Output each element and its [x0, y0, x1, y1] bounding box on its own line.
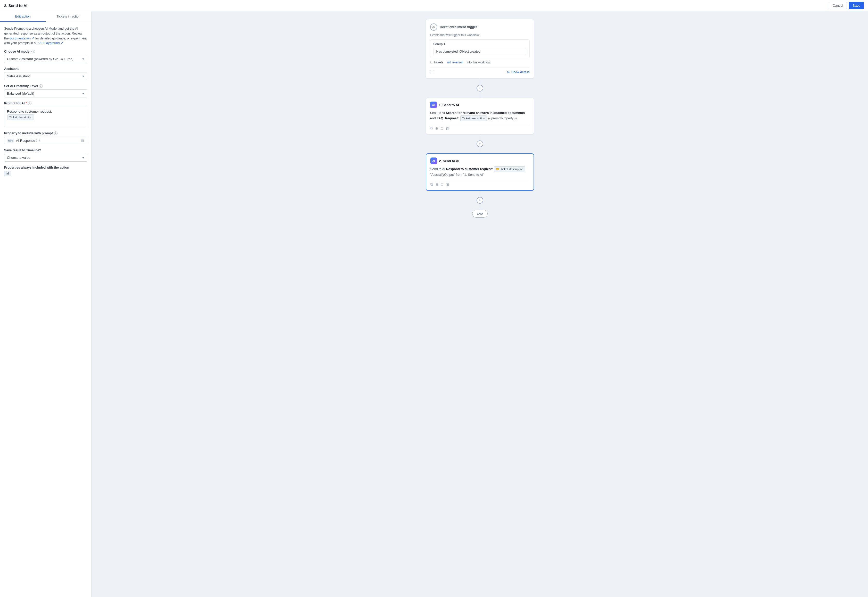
property-group: Property to include with prompt i Abc AI… — [4, 131, 87, 144]
assistant-group: Assistant Sales Assistant ▼ — [4, 67, 87, 80]
connector-1: + — [477, 79, 483, 98]
copy-icon-1[interactable]: ⧉ — [430, 126, 433, 131]
creativity-level-group: Set AI Creativity Level i Balanced (defa… — [4, 84, 87, 97]
prompt-textarea[interactable]: Respond to customer request: Ticket desc… — [4, 107, 87, 127]
topbar-actions: Cancel Save — [829, 2, 864, 9]
trigger-checkbox[interactable] — [430, 70, 434, 74]
end-node: END — [472, 210, 488, 218]
prompt-group: Prompt for AI * i Respond to customer re… — [4, 102, 87, 127]
creativity-level-label: Set AI Creativity Level i — [4, 84, 87, 88]
action-2-title: 2. Send to AI — [439, 159, 459, 163]
add-step-button-2[interactable]: + — [477, 141, 483, 147]
timeline-select-wrapper: Choose a value ▼ — [4, 154, 87, 162]
add-step-button-3[interactable]: + — [477, 197, 483, 203]
property-delete-icon[interactable]: 🗑 — [81, 138, 84, 143]
action-1-header: AI 1. Send to AI — [430, 102, 530, 108]
topbar-title: 2. Send to AI — [4, 3, 27, 8]
action-card-2[interactable]: AI 2. Send to AI Send to AI Respond to c… — [426, 153, 534, 190]
trigger-header: ⊙ Ticket enrollment trigger — [430, 24, 530, 31]
reenroll-icon: ↻ — [430, 61, 433, 64]
trigger-subtitle: Events that will trigger this workflow: — [430, 33, 530, 37]
always-included-tag: id — [4, 171, 11, 176]
property-info-icon[interactable]: i — [54, 131, 58, 135]
ai-playground-link[interactable]: AI Playground ↗ — [39, 41, 64, 45]
action-2-footer: ⧉ ⊕ □ 🗑 — [430, 180, 529, 187]
connector-line-6 — [480, 203, 480, 210]
choose-model-info-icon[interactable]: i — [31, 50, 35, 53]
trigger-title: Ticket enrollment trigger — [439, 25, 477, 29]
trigger-condition: Has completed: Object created — [434, 48, 526, 55]
action-2-header: AI 2. Send to AI — [430, 157, 529, 164]
always-included-label: Properties always included with the acti… — [4, 166, 87, 169]
connector-line-5 — [480, 191, 480, 197]
trigger-card: ⊙ Ticket enrollment trigger Events that … — [426, 19, 534, 79]
connector-2: + — [477, 134, 483, 153]
choose-ai-model-group: Choose AI model i Custom Assistant (powe… — [4, 50, 87, 63]
choose-ai-model-label: Choose AI model i — [4, 50, 87, 53]
main-layout: Edit action Tickets in action Sends Prom… — [0, 11, 868, 597]
eye-icon: 👁 — [507, 70, 510, 74]
action-1-tag: Ticket description — [460, 116, 487, 121]
show-details-button[interactable]: 👁 Show details — [507, 70, 530, 74]
documentation-link[interactable]: documentation ↗ — [10, 37, 34, 40]
workflow-canvas: ⊙ Ticket enrollment trigger Events that … — [415, 19, 544, 218]
choose-model-select[interactable]: Custom Assistant (powered by GPT-4 Turbo… — [4, 55, 87, 63]
ticket-icon: 🎫 — [496, 167, 499, 172]
creativity-select-wrapper: Balanced (default) ▼ — [4, 89, 87, 97]
timeline-select[interactable]: Choose a value — [4, 154, 87, 162]
assistant-label: Assistant — [4, 67, 87, 71]
connector-3: + — [477, 191, 483, 210]
delete-icon-1[interactable]: 🗑 — [446, 126, 449, 131]
tab-tickets-in-action[interactable]: Tickets in action — [46, 11, 91, 22]
connector-line-3 — [480, 134, 480, 141]
move-icon-1[interactable]: ⊕ — [435, 126, 438, 131]
property-name: AI Response i — [16, 139, 79, 143]
always-included-group: Properties always included with the acti… — [4, 166, 87, 176]
action-1-footer: ⧉ ⊕ □ 🗑 — [430, 124, 530, 131]
trigger-icon: ⊙ — [430, 24, 437, 31]
tab-edit-action[interactable]: Edit action — [0, 11, 46, 22]
property-row: Abc AI Response i 🗑 — [4, 137, 87, 144]
property-value-info-icon[interactable]: i — [36, 139, 40, 142]
timeline-group: Save result to Timeline? Choose a value … — [4, 149, 87, 162]
add-step-button-1[interactable]: + — [477, 85, 483, 92]
ai-badge-2: AI — [430, 157, 437, 164]
connector-line-1 — [480, 79, 480, 85]
action-card-1[interactable]: AI 1. Send to AI Send to AI Search for r… — [426, 98, 534, 134]
cancel-button[interactable]: Cancel — [829, 2, 847, 9]
save-button[interactable]: Save — [849, 2, 864, 9]
trigger-footer: 👁 Show details — [430, 67, 530, 74]
action-2-tag: 🎫 Ticket description — [494, 166, 525, 172]
left-content: Sends Prompt to a choosen AI Model and g… — [0, 22, 91, 597]
assistant-select[interactable]: Sales Assistant — [4, 72, 87, 80]
prompt-label: Prompt for AI * i — [4, 102, 87, 105]
copy-icon-2[interactable]: ⧉ — [430, 182, 433, 187]
prompt-tag: Ticket description — [7, 114, 34, 120]
action-1-title: 1. Send to AI — [439, 103, 459, 107]
action-2-body: Send to AI Respond to customer request: … — [430, 166, 529, 177]
choose-model-select-wrapper: Custom Assistant (powered by GPT-4 Turbo… — [4, 55, 87, 63]
trigger-group-box: Group 1 Has completed: Object created — [430, 39, 530, 58]
description-text: Sends Prompt to a choosen AI Model and g… — [4, 26, 87, 46]
edit-icon-1[interactable]: □ — [441, 126, 443, 131]
delete-icon-2[interactable]: 🗑 — [446, 182, 449, 186]
assistant-select-wrapper: Sales Assistant ▼ — [4, 72, 87, 80]
creativity-info-icon[interactable]: i — [39, 84, 43, 88]
ai-badge-1: AI — [430, 102, 437, 108]
tabs: Edit action Tickets in action — [0, 11, 91, 22]
timeline-label: Save result to Timeline? — [4, 149, 87, 152]
left-panel: Edit action Tickets in action Sends Prom… — [0, 11, 92, 597]
creativity-select[interactable]: Balanced (default) — [4, 89, 87, 97]
connector-line-2 — [480, 92, 480, 98]
edit-icon-2[interactable]: □ — [441, 182, 443, 186]
prompt-info-icon[interactable]: i — [28, 102, 31, 105]
reenroll-link[interactable]: will re-enroll — [447, 61, 463, 64]
move-icon-2[interactable]: ⊕ — [435, 182, 438, 186]
action-1-body: Send to AI Search for relevant answers i… — [430, 110, 530, 121]
property-type-badge: Abc — [7, 139, 14, 143]
topbar: 2. Send to AI Cancel Save — [0, 0, 868, 11]
right-panel: ⊙ Ticket enrollment trigger Events that … — [92, 11, 868, 597]
property-label: Property to include with prompt i — [4, 131, 87, 135]
trigger-group-title: Group 1 — [434, 42, 526, 46]
connector-line-4 — [480, 147, 480, 153]
